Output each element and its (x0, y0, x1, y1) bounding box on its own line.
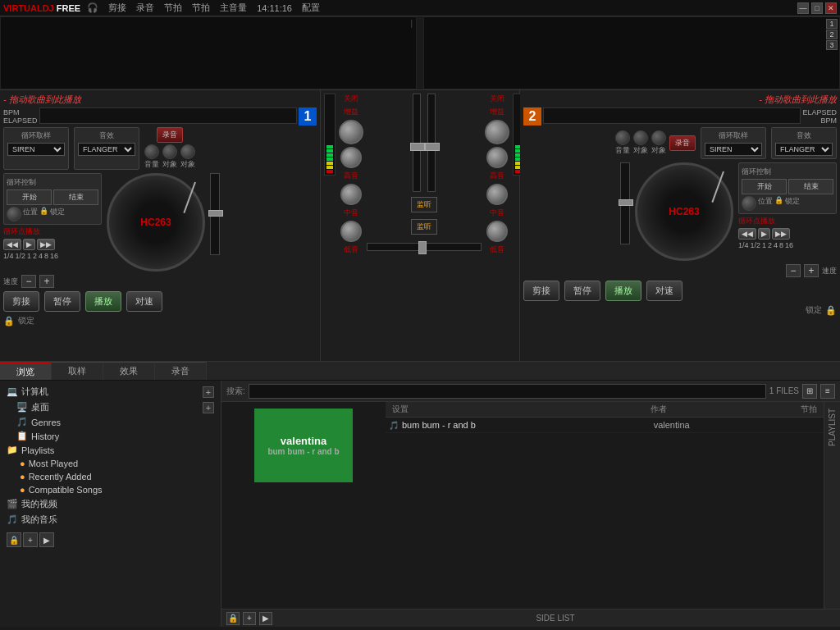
deck1-loop-btn-3[interactable]: ▶▶ (37, 239, 55, 250)
deck2-target2-knob[interactable] (651, 130, 666, 145)
deck2-fx-select[interactable]: FLANGER (775, 143, 833, 156)
deck1-speed-minus[interactable]: − (21, 275, 36, 288)
screen-2-btn[interactable]: 2 (826, 30, 838, 39)
deck2-play-btn[interactable]: 播放 (605, 281, 641, 301)
deck2-loop-btn-1[interactable]: ◀◀ (738, 228, 756, 240)
deck2-pause-btn[interactable]: 暂停 (564, 281, 600, 301)
time-display: 14:11:16 (257, 3, 292, 13)
eq-high-right-knob[interactable] (486, 147, 508, 168)
fader-track-left[interactable] (413, 94, 421, 192)
eq-low-right-knob[interactable] (486, 221, 508, 242)
deck2-target2-label: 对象 (651, 145, 666, 156)
browser-grid-btn[interactable]: ⊞ (802, 384, 817, 399)
deck2-loop-btn-3[interactable]: ▶▶ (772, 228, 790, 240)
sidebar-desktop-add-btn[interactable]: + (203, 402, 214, 413)
fader-track-right[interactable] (427, 94, 436, 192)
cut-label[interactable]: 剪接 (108, 2, 126, 14)
maximize-btn[interactable]: □ (811, 2, 823, 14)
deck1-record-btn[interactable]: 录音 (157, 127, 183, 143)
deck1-speed-plus[interactable]: + (39, 275, 54, 288)
deck2-volume-knob[interactable] (615, 130, 630, 145)
screen-1-btn[interactable]: 1 (826, 19, 838, 29)
deck2-target1-knob[interactable] (633, 130, 648, 145)
deck2-loop-btn-2[interactable]: ▶ (758, 228, 770, 240)
deck1-fx-select[interactable]: FLANGER (78, 143, 135, 156)
tab-browse[interactable]: 浏览 (0, 362, 52, 380)
eq-gain-right-knob[interactable] (485, 120, 509, 144)
eq-low-left-knob[interactable] (340, 221, 362, 242)
bottom-add-btn[interactable]: + (243, 612, 256, 625)
sidebar-item-recently-added[interactable]: ● Recently Added (0, 470, 221, 483)
deck2-position-knob[interactable] (742, 196, 756, 211)
sidebar-item-my-music[interactable]: 🎵 我的音乐 (0, 512, 221, 527)
tab-record[interactable]: 录音 (155, 362, 207, 380)
eq-high-left-knob[interactable] (340, 147, 362, 168)
beat-label[interactable]: 节拍 (192, 2, 210, 14)
deck1-loop-end-btn[interactable]: 结束 (53, 189, 98, 205)
deck2-pitch-btn[interactable]: 对速 (646, 281, 682, 301)
file-list-header: 设置 作者 节拍 (386, 402, 824, 418)
deck1-sampler-select[interactable]: SIREN (7, 143, 65, 156)
config-label[interactable]: 配置 (302, 2, 320, 14)
sidebar-item-genres[interactable]: 🎵 Genres (0, 415, 221, 429)
deck1-turntable[interactable]: HC263 (107, 173, 205, 272)
eq-mid-left-knob[interactable] (340, 184, 362, 205)
deck1-loop-btn-1[interactable]: ◀◀ (3, 239, 21, 250)
search-input[interactable] (249, 384, 766, 399)
monitor-btn-right[interactable]: 监听 (411, 219, 437, 235)
monitor-btn-left[interactable]: 监听 (411, 197, 437, 212)
sidebar-item-computer[interactable]: 💻 计算机 + (0, 384, 221, 399)
deck1-target2-knob[interactable] (180, 144, 195, 159)
mid-label-right: 中音 (490, 208, 504, 218)
deck2-speed-minus[interactable]: − (786, 264, 801, 277)
sidebar-item-most-played[interactable]: ● Most Played (0, 457, 221, 470)
deck1-pitch-slider[interactable] (210, 173, 220, 255)
deck1-position-knob[interactable] (7, 207, 21, 221)
deck1-cue-btn[interactable]: 剪接 (3, 291, 39, 312)
master-label[interactable]: 主音量 (220, 2, 247, 14)
deck1-target1-knob[interactable] (162, 144, 177, 159)
eq-mid-right-knob[interactable] (486, 184, 508, 205)
table-row[interactable]: 🎵 bum bum - r and b valentina (386, 418, 824, 433)
bottom-arrow-btn[interactable]: ▶ (259, 612, 272, 625)
sidebar-item-history[interactable]: 📋 History (0, 429, 221, 443)
deck1-volume-knob[interactable] (144, 144, 159, 159)
record-label[interactable]: 录音 (136, 2, 154, 14)
tab-effects[interactable]: 效果 (103, 362, 155, 380)
sidebar-item-playlists[interactable]: 📁 Playlists (0, 443, 221, 457)
my-videos-icon: 🎬 (7, 499, 18, 509)
tab-sample[interactable]: 取样 (52, 362, 103, 380)
deck1-pitch-btn[interactable]: 对速 (126, 291, 162, 312)
screen-3-btn[interactable]: 3 (826, 40, 838, 50)
headphones-icon[interactable]: 🎧 (87, 2, 98, 13)
xfader-track[interactable] (367, 243, 482, 251)
side-panel-label[interactable]: PLAYLIST (824, 402, 840, 453)
browser-list-btn[interactable]: ≡ (820, 384, 835, 399)
deck2-speed-plus[interactable]: + (804, 264, 819, 277)
deck2-cue-btn[interactable]: 剪接 (523, 281, 559, 301)
sidebar-add-btn[interactable]: + (203, 386, 214, 398)
sidebar-item-my-videos[interactable]: 🎬 我的视频 (0, 496, 221, 512)
minimize-btn[interactable]: — (797, 2, 809, 14)
sidebar-tool-lock[interactable]: 🔒 (7, 532, 21, 547)
bottom-lock-btn[interactable]: 🔒 (226, 612, 240, 625)
sidebar-item-desktop[interactable]: 🖥️ 桌面 + (0, 399, 221, 415)
deck1-play-btn[interactable]: 播放 (85, 291, 121, 312)
deck2-loop-start-btn[interactable]: 开始 (742, 179, 787, 194)
deck1-loop-btn-2[interactable]: ▶ (23, 239, 35, 250)
eq-gain-left-knob[interactable] (339, 120, 363, 144)
deck2-record-btn[interactable]: 录音 (669, 135, 696, 151)
waveform-area: | 1 2 3 (0, 16, 840, 90)
close-btn[interactable]: ✕ (825, 2, 837, 14)
deck2-pitch-slider[interactable] (620, 162, 630, 244)
deck1-loop-play-label: 循环点播放 (3, 226, 40, 237)
sidebar-tool-arrow[interactable]: ▶ (39, 532, 54, 547)
deck1-loop-start-btn[interactable]: 开始 (7, 189, 52, 205)
deck2-sampler-select[interactable]: SIREN (705, 143, 762, 156)
deck1-pause-btn[interactable]: 暂停 (44, 291, 80, 312)
deck2-turntable[interactable]: HC263 (635, 162, 733, 261)
deck2-loop-end-btn[interactable]: 结束 (788, 179, 833, 194)
sidebar-item-compatible-songs[interactable]: ● Compatible Songs (0, 483, 221, 496)
sidebar-tool-add[interactable]: + (23, 532, 38, 547)
tempo-label[interactable]: 节拍 (164, 2, 182, 14)
